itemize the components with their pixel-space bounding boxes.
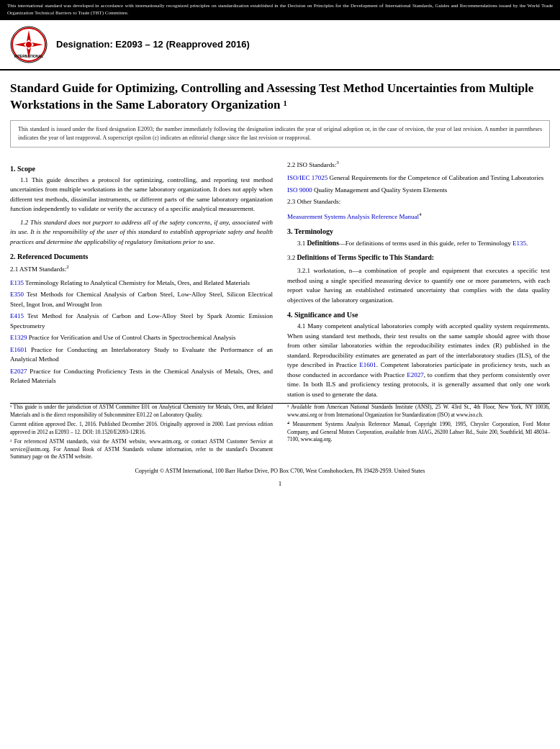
copyright-text: Copyright © ASTM International, 100 Barr… bbox=[135, 468, 425, 474]
title-section: Standard Guide for Optimizing, Controlli… bbox=[0, 71, 560, 159]
list-item: E135 Terminology Relating to Analytical … bbox=[10, 278, 273, 289]
ref-iso9000-link: ISO 9000 bbox=[287, 186, 312, 194]
footnote-4: ⁴ Measurement Systems Analysis Reference… bbox=[287, 421, 550, 444]
ref-E2027-link: E2027 bbox=[10, 368, 27, 375]
list-item: E1601 Practice for Conducting an Interla… bbox=[10, 345, 273, 365]
left-column: 1. Scope 1.1 This guide describes a prot… bbox=[10, 159, 280, 404]
refdocs-heading: 2. Referenced Documents bbox=[10, 253, 273, 260]
scope-para1: 1.1 This guide describes a protocol for … bbox=[10, 176, 273, 214]
footnote-left: ¹ This guide is under the jurisdiction o… bbox=[10, 403, 280, 463]
list-item: Measurement Systems Analysis Reference M… bbox=[287, 211, 550, 222]
sig-E1601-link: E1601 bbox=[359, 361, 376, 368]
list-item: E350 Test Methods for Chemical Analysis … bbox=[10, 290, 273, 309]
terminology-para3: 3.2.1 workstation, n—a combination of pe… bbox=[287, 266, 550, 305]
footnote-right: ³ Available from American National Stand… bbox=[280, 403, 550, 463]
terminology-heading: 3. Terminology bbox=[287, 227, 550, 235]
footnote-2: ² For referenced ASTM standards, visit t… bbox=[10, 438, 273, 461]
terminology-E135-link: E135 bbox=[512, 240, 526, 247]
refdocs-sub1: 2.1 ASTM Standards:2 bbox=[10, 263, 273, 275]
page: This international standard was develope… bbox=[0, 0, 560, 749]
significance-heading: 4. Significance and Use bbox=[287, 311, 550, 319]
page-number: 1 bbox=[0, 480, 560, 487]
scope-heading: 1. Scope bbox=[10, 165, 273, 173]
ref-iso17025-link: ISO/IEC 17025 bbox=[287, 174, 328, 181]
iso-sub: 2.2 ISO Standards:3 bbox=[287, 159, 550, 171]
footnote-ref-3: 3 bbox=[336, 160, 339, 165]
list-item: E1329 Practice for Verification and Use … bbox=[10, 333, 273, 343]
top-notice: This international standard was develope… bbox=[0, 0, 560, 20]
significance-para1: 4.1 Many competent analytical laboratori… bbox=[287, 322, 550, 399]
list-item: E2027 Practice for Conducting Proficienc… bbox=[10, 367, 273, 386]
footnote-1b: Current edition approved Dec. 1, 2016. P… bbox=[10, 421, 273, 436]
terminology-para2: 3.2 Definitions of Terms Specific to Thi… bbox=[287, 253, 550, 263]
footnote-1: ¹ This guide is under the jurisdiction o… bbox=[10, 404, 273, 419]
designation-text: Designation: E2093 – 12 (Reapproved 2016… bbox=[56, 39, 250, 50]
astm-logo-icon: INTERNATIONAL bbox=[10, 26, 48, 63]
ref-msa-link: Measurement Systems Analysis Reference M… bbox=[287, 213, 419, 220]
other-standards-sub: 2.3 Other Standards: bbox=[287, 197, 550, 207]
copyright-footer: Copyright © ASTM International, 100 Barr… bbox=[0, 463, 560, 477]
ref-E1601-link: E1601 bbox=[10, 346, 27, 353]
main-title: Standard Guide for Optimizing, Controlli… bbox=[10, 81, 550, 114]
abstract-box: This standard is issued under the fixed … bbox=[10, 120, 550, 147]
footnote-3: ³ Available from American National Stand… bbox=[287, 404, 550, 419]
svg-text:INTERNATIONAL: INTERNATIONAL bbox=[14, 54, 43, 58]
ref-E135-link: E135 bbox=[10, 279, 24, 286]
header: INTERNATIONAL Designation: E2093 – 12 (R… bbox=[0, 20, 560, 71]
sig-E2027-link: E2027 bbox=[407, 371, 424, 378]
two-column-layout: 1. Scope 1.1 This guide describes a prot… bbox=[0, 159, 560, 404]
footnote-ref-4: 4 bbox=[419, 212, 422, 217]
ref-E415-link: E415 bbox=[10, 312, 24, 319]
astm-refs-list: E135 Terminology Relating to Analytical … bbox=[10, 278, 273, 386]
iso-refs-list: ISO/IEC 17025 General Requirements for t… bbox=[287, 173, 550, 195]
footnote-ref-2: 2 bbox=[66, 264, 69, 270]
terminology-para1: 3.1 Definitions—For definitions of terms… bbox=[287, 238, 550, 249]
list-item: ISO 9000 Quality Management and Quality … bbox=[287, 186, 550, 196]
ref-E1329-link: E1329 bbox=[10, 334, 27, 341]
designation-label: Designation: E2093 – 12 (Reapproved 2016… bbox=[56, 39, 250, 50]
list-item: ISO/IEC 17025 General Requirements for t… bbox=[287, 173, 550, 183]
list-item: E415 Test Method for Analysis of Carbon … bbox=[10, 312, 273, 331]
top-notice-text: This international standard was develope… bbox=[7, 3, 553, 16]
footnotes-section: ¹ This guide is under the jurisdiction o… bbox=[0, 403, 560, 463]
abstract-text: This standard is issued under the fixed … bbox=[18, 126, 542, 141]
scope-para2: 1.2 This standard does not purport to ad… bbox=[10, 218, 273, 248]
svg-point-6 bbox=[26, 42, 32, 47]
ref-E350-link: E350 bbox=[10, 291, 24, 298]
right-column: 2.2 ISO Standards:3 ISO/IEC 17025 Genera… bbox=[280, 159, 550, 404]
